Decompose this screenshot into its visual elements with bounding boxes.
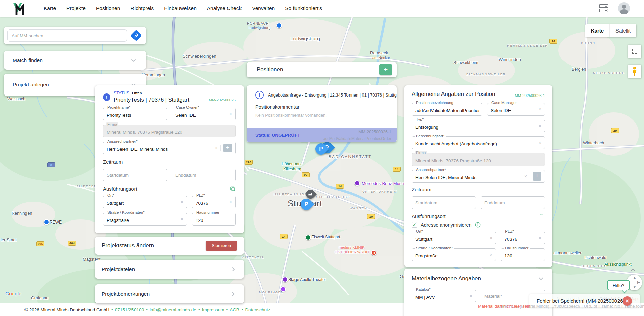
plz-field[interactable]: PLZ* × bbox=[501, 232, 545, 244]
plz-input[interactable] bbox=[504, 234, 536, 242]
plz-input[interactable] bbox=[196, 198, 227, 206]
ort-field[interactable]: Ort* × bbox=[103, 196, 187, 208]
project-remarks-card[interactable]: Projektbemerkungen bbox=[95, 284, 244, 303]
enddatum-field[interactable] bbox=[481, 196, 545, 209]
nav-item-positionen[interactable]: Positionen bbox=[96, 5, 120, 11]
user-avatar[interactable] bbox=[618, 2, 630, 14]
hausnummer-input[interactable] bbox=[504, 251, 541, 258]
clear-icon[interactable]: × bbox=[539, 140, 541, 145]
add-contact-button[interactable]: + bbox=[533, 172, 541, 181]
clear-icon[interactable]: × bbox=[524, 174, 527, 179]
enddatum-field[interactable] bbox=[172, 169, 236, 181]
footer-impressum-link[interactable]: Impressum bbox=[202, 307, 224, 312]
strasse-input[interactable] bbox=[415, 251, 488, 258]
katalog-input[interactable] bbox=[415, 292, 468, 300]
server-icon[interactable] bbox=[598, 3, 609, 13]
clear-icon[interactable]: × bbox=[490, 236, 492, 240]
ansprechpartner-input[interactable] bbox=[107, 144, 213, 152]
chevron-right-icon[interactable] bbox=[230, 266, 237, 273]
nav-item-projekte[interactable]: Projekte bbox=[66, 5, 86, 11]
projektname-field[interactable]: Projektname* bbox=[103, 108, 167, 120]
strasse-field[interactable]: Straße / Koordinaten* × bbox=[412, 248, 496, 261]
enddatum-input[interactable] bbox=[175, 173, 232, 178]
case-owner-field[interactable]: Case Owner* × bbox=[172, 108, 236, 120]
footer-email-link[interactable]: info@mineral-minds.de bbox=[150, 307, 196, 312]
clear-icon[interactable]: × bbox=[470, 294, 472, 298]
nav-item-richtpreis[interactable]: Richtpreis bbox=[130, 5, 154, 11]
ort-field[interactable]: Ort* × bbox=[412, 232, 496, 244]
add-contact-button[interactable]: + bbox=[223, 144, 232, 152]
case-manager-input[interactable] bbox=[491, 106, 537, 113]
ort-input[interactable] bbox=[107, 198, 179, 206]
berechnungsart-input[interactable] bbox=[415, 139, 537, 146]
pegman-button[interactable] bbox=[628, 65, 641, 78]
anonymize-checkbox[interactable]: ✓ bbox=[412, 222, 417, 228]
map-pin-position[interactable]: P bbox=[313, 141, 329, 157]
hausnummer-field[interactable]: Hausnummer bbox=[192, 213, 236, 226]
collapse-chevron-icon[interactable] bbox=[630, 268, 636, 272]
positionsbezeichnung-input[interactable] bbox=[415, 106, 479, 113]
projektname-input[interactable] bbox=[107, 110, 163, 118]
project-files-card[interactable]: Projektdateien bbox=[95, 260, 244, 279]
mineral-minds-logo[interactable] bbox=[13, 1, 28, 16]
typ-field[interactable]: Typ* × bbox=[412, 120, 545, 132]
clear-icon[interactable]: × bbox=[490, 252, 492, 257]
case-manager-field[interactable]: Case Manager × bbox=[487, 103, 545, 116]
help-button[interactable]: Hilfe? bbox=[607, 280, 630, 290]
startdatum-input[interactable] bbox=[107, 173, 163, 178]
copy-icon[interactable] bbox=[230, 186, 236, 192]
strasse-input[interactable] bbox=[107, 215, 179, 223]
case-owner-input[interactable] bbox=[175, 110, 227, 118]
fullscreen-button[interactable] bbox=[628, 45, 641, 58]
directions-button[interactable] bbox=[130, 29, 143, 42]
map-type-satellit-button[interactable]: Satellit bbox=[609, 24, 636, 37]
copy-icon[interactable] bbox=[539, 213, 545, 219]
clear-icon[interactable]: × bbox=[181, 217, 183, 222]
katalog-field[interactable]: Katalog* × bbox=[412, 290, 476, 302]
chevron-down-icon[interactable] bbox=[130, 57, 137, 64]
hausnummer-input[interactable] bbox=[196, 215, 232, 223]
clear-icon[interactable]: × bbox=[539, 124, 541, 128]
startdatum-input[interactable] bbox=[415, 200, 472, 205]
map-type-karte-button[interactable]: Karte bbox=[585, 24, 609, 37]
ort-input[interactable] bbox=[415, 234, 488, 242]
nav-item-karte[interactable]: Karte bbox=[44, 5, 56, 11]
nav-item-verwalten[interactable]: Verwalten bbox=[252, 5, 275, 11]
ansprechpartner-input[interactable] bbox=[415, 173, 522, 180]
chevron-down-icon[interactable] bbox=[537, 275, 545, 283]
chevron-right-icon[interactable] bbox=[230, 290, 237, 298]
startdatum-field[interactable] bbox=[103, 169, 167, 181]
strasse-field[interactable]: Straße / Koordinaten* × bbox=[103, 213, 187, 226]
clear-icon[interactable]: × bbox=[539, 236, 541, 240]
match-finden-panel[interactable]: Match finden bbox=[4, 51, 146, 70]
map-pin-project[interactable]: P bbox=[298, 196, 314, 212]
nav-item-so-funktionierts[interactable]: So funktioniert's bbox=[285, 5, 322, 11]
info-icon[interactable] bbox=[475, 222, 481, 228]
position-item-header[interactable]: ! Angebotsanfrage - Entsorgung | 12.345 … bbox=[255, 91, 389, 99]
nav-item-einbauweisen[interactable]: Einbauweisen bbox=[164, 5, 197, 11]
position-comment-heading: Positionskommentar bbox=[255, 104, 389, 110]
enddatum-input[interactable] bbox=[484, 200, 541, 205]
stornieren-button[interactable]: Stornieren bbox=[206, 241, 237, 251]
positionsbezeichnung-field[interactable]: Positionsbezeichnung bbox=[412, 103, 482, 116]
add-position-button[interactable]: + bbox=[379, 64, 392, 75]
plz-field[interactable]: PLZ* × bbox=[192, 196, 236, 208]
startdatum-field[interactable] bbox=[412, 196, 476, 209]
toast-close-button[interactable]: ✕ bbox=[623, 296, 632, 306]
clear-icon[interactable]: × bbox=[539, 107, 541, 112]
clear-icon[interactable]: × bbox=[229, 112, 232, 116]
ansprechpartner-field[interactable]: Ansprechpartner* × + bbox=[103, 142, 236, 154]
clear-icon[interactable]: × bbox=[215, 146, 218, 150]
nav-item-analyse-check[interactable]: Analyse Check bbox=[207, 5, 241, 11]
position-item-card[interactable]: ! Angebotsanfrage - Entsorgung | 12.345 … bbox=[247, 85, 397, 142]
typ-input[interactable] bbox=[415, 122, 537, 130]
berechnungsart-field[interactable]: Berechnungsart* × bbox=[412, 136, 545, 149]
search-input[interactable] bbox=[7, 29, 127, 42]
footer-datenschutz-link[interactable]: Datenschutz bbox=[245, 307, 270, 312]
ansprechpartner-field[interactable]: Ansprechpartner* × + bbox=[412, 170, 545, 183]
clear-icon[interactable]: × bbox=[181, 200, 183, 204]
hausnummer-field[interactable]: Hausnummer bbox=[501, 248, 545, 261]
clear-icon[interactable]: × bbox=[229, 200, 232, 204]
footer-phone-link[interactable]: 07151/250100 bbox=[115, 307, 144, 312]
footer-agb-link[interactable]: AGB bbox=[230, 307, 239, 312]
